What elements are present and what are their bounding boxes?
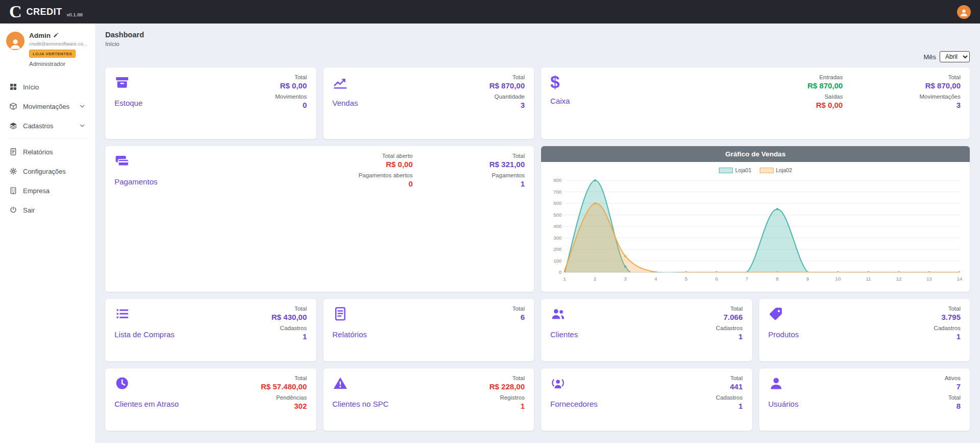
- stat-value: 8: [945, 402, 961, 410]
- card-stats: Total3.795 Cadastros1: [934, 306, 961, 341]
- svg-text:9: 9: [806, 276, 809, 282]
- stat-label: Ativos: [945, 375, 961, 381]
- legend-item[interactable]: Loja02: [760, 167, 792, 173]
- chevron-down-icon: [79, 103, 86, 110]
- legend-label: Loja02: [776, 167, 792, 173]
- stat-value: 3: [919, 101, 961, 109]
- main-content: Dashboard Início Mês Abril Estoque Total…: [95, 24, 980, 443]
- legend-item[interactable]: Loja01: [719, 167, 752, 173]
- legend-label: Loja01: [735, 167, 752, 173]
- breadcrumb: Início: [105, 41, 970, 47]
- chart-legend: Loja01Loja02: [546, 165, 965, 175]
- card-stats: TotalR$ 430,00 Cadastros1: [271, 306, 307, 341]
- stat-label: Cadastros: [271, 325, 307, 331]
- sidebar-item-label: Configurações: [23, 168, 66, 175]
- card-lista-de-compras[interactable]: Lista de Compras TotalR$ 430,00 Cadastro…: [105, 299, 316, 361]
- sidebar-item-configuracoes[interactable]: Configurações: [6, 161, 89, 181]
- card-fornecedores[interactable]: Fornecedores Total441 Cadastros1: [541, 368, 752, 431]
- chart-line-icon: [333, 75, 348, 90]
- card-usuarios[interactable]: Usuários Ativos7 Total8: [759, 368, 970, 431]
- card-caixa[interactable]: $ Caixa EntradasR$ 870,00 SaídasR$ 0,00 …: [541, 67, 970, 139]
- sidebar-item-inicio[interactable]: Início: [6, 77, 89, 97]
- stat-value: R$ 321,00: [489, 160, 525, 169]
- card-pagamentos[interactable]: Pagamentos Total abertoR$ 0,00 Pagamento…: [105, 146, 534, 292]
- card-clientes-em-atraso[interactable]: Clientes em Atraso TotalR$ 57.480,00 Pen…: [105, 368, 316, 431]
- card-relatorios[interactable]: Relatórios Total6: [323, 299, 534, 361]
- svg-text:7: 7: [745, 276, 748, 282]
- sidebar-item-empresa[interactable]: Empresa: [6, 181, 89, 200]
- svg-text:4: 4: [655, 276, 657, 282]
- profile-email: credit@anronsoftware.co...: [29, 41, 87, 46]
- card-clientes-no-spc[interactable]: Clientes no SPC TotalR$ 228,00 Registros…: [323, 368, 534, 431]
- card-title: Clientes: [550, 330, 743, 339]
- power-icon: [9, 206, 17, 214]
- stat-label: Total: [716, 306, 742, 312]
- stat-value: R$ 870,00: [807, 81, 843, 90]
- card-stats: TotalR$ 228,00 Registros1: [489, 375, 525, 410]
- sidebar-item-relatorios[interactable]: Relatórios: [6, 142, 89, 161]
- card-estoque[interactable]: Estoque TotalR$ 0,00 Movimentos0: [105, 67, 316, 139]
- stat-label: Total: [945, 394, 961, 401]
- stat-value: R$ 0,00: [275, 81, 307, 90]
- edit-pencil-icon[interactable]: [53, 32, 59, 39]
- credit-card-icon: [114, 153, 130, 169]
- gear-icon: [9, 167, 17, 175]
- stat-label: Pagamentos: [489, 172, 525, 178]
- stat-value: R$ 0,00: [359, 160, 413, 169]
- stat-label: Total: [489, 153, 525, 159]
- menu-divider: [7, 138, 88, 139]
- chevron-down-icon: [79, 122, 86, 129]
- month-select[interactable]: Abril: [940, 51, 970, 62]
- stat-label: Total: [271, 306, 307, 312]
- profile-avatar[interactable]: [6, 32, 25, 50]
- chart-title: Gráfico de Vendas: [541, 146, 970, 162]
- stat-label: Total: [489, 375, 525, 381]
- stat-value: 1: [934, 332, 961, 341]
- sidebar-item-sair[interactable]: Sair: [6, 200, 89, 220]
- card-vendas[interactable]: Vendas TotalR$ 870,00 Quantidade3: [323, 67, 534, 139]
- svg-text:10: 10: [835, 276, 841, 282]
- user-icon: [768, 376, 784, 391]
- layers-icon: [9, 122, 17, 130]
- list-icon: [114, 306, 130, 321]
- user-avatar[interactable]: [957, 5, 971, 19]
- stat-label: Total: [261, 375, 307, 381]
- dashboard-grid: Estoque TotalR$ 0,00 Movimentos0 Vendas …: [105, 67, 970, 431]
- sidebar-menu: Início Movimentações Cadastros Relatório…: [6, 77, 89, 220]
- card-clientes[interactable]: Clientes Total7.066 Cadastros1: [541, 299, 752, 361]
- sidebar-item-cadastros[interactable]: Cadastros: [6, 116, 89, 135]
- store-badge: LOJA VERTENTES: [29, 50, 76, 58]
- card-title: Relatórios: [333, 330, 525, 339]
- sidebar: Admin credit@anronsoftware.co... LOJA VE…: [0, 24, 95, 443]
- month-filter-row: Mês Abril: [105, 51, 970, 62]
- stat-label: Total: [275, 74, 307, 80]
- svg-text:500: 500: [553, 212, 562, 218]
- svg-text:200: 200: [553, 246, 562, 252]
- logo-c: C: [9, 3, 22, 20]
- svg-text:5: 5: [685, 276, 687, 282]
- stat-value: 0: [275, 101, 307, 109]
- card-title: Usuários: [768, 400, 961, 408]
- svg-text:400: 400: [553, 223, 562, 229]
- stat-value: 3.795: [934, 313, 961, 321]
- stat-value: 7.066: [716, 313, 742, 321]
- svg-text:800: 800: [553, 177, 562, 183]
- stat-label: Saídas: [807, 94, 843, 100]
- card-grafico-vendas: Gráfico de Vendas Loja01Loja02 010020030…: [541, 146, 970, 292]
- stat-label: Total aberto: [359, 153, 413, 159]
- dollar-icon: $: [550, 75, 559, 90]
- chart-body: Loja01Loja02 010020030040050060070080012…: [541, 162, 970, 287]
- card-produtos[interactable]: Produtos Total3.795 Cadastros1: [759, 299, 970, 361]
- stat-label: Quantidade: [489, 94, 525, 100]
- svg-text:1: 1: [563, 276, 566, 282]
- profile-role: Administrador: [29, 61, 87, 67]
- stat-value: 3: [489, 101, 525, 109]
- card-title: Produtos: [768, 330, 961, 339]
- person-icon: [9, 37, 22, 50]
- sidebar-item-movimentacoes[interactable]: Movimentações: [6, 97, 89, 116]
- sidebar-item-label: Sair: [23, 206, 35, 214]
- stat-value: R$ 870,00: [919, 81, 961, 90]
- svg-text:14: 14: [957, 276, 963, 282]
- stat-value: R$ 228,00: [489, 382, 525, 391]
- stat-value: 1: [716, 402, 742, 410]
